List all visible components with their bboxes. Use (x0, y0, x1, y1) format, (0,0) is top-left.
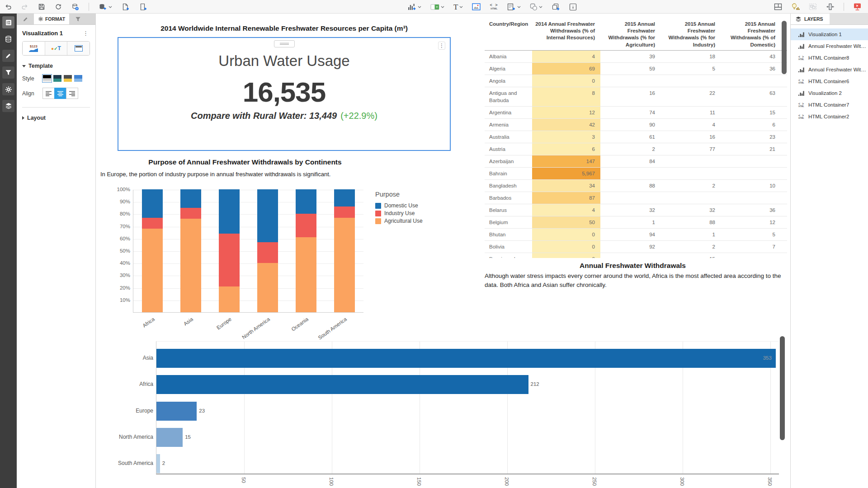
add-page-button[interactable] (122, 3, 130, 11)
save-button[interactable] (38, 3, 45, 10)
table-row[interactable]: Bosnia and Herzegovina015 (485, 253, 787, 258)
bar-north-america[interactable] (156, 428, 183, 447)
add-control-button[interactable] (430, 4, 444, 10)
duplicate-add-button[interactable] (552, 3, 560, 11)
layer-item[interactable]: Annual Freshwater Wit… (791, 40, 868, 52)
value-2014-cell: 4 (532, 204, 600, 216)
layout-button[interactable] (774, 3, 782, 10)
horizontal-bar-plot[interactable]: 35321223152 (156, 341, 779, 474)
rail-data-button[interactable] (2, 33, 14, 45)
table-row[interactable]: Belgium5018812 (485, 216, 787, 229)
add-chart-button[interactable] (408, 3, 421, 11)
info-panel-button[interactable] (569, 3, 577, 11)
legend-item[interactable]: Industry Use (375, 210, 423, 216)
table-row[interactable]: Bolivia09227 (485, 241, 787, 253)
insights-button[interactable] (791, 3, 800, 11)
table-row[interactable]: Austria627721 (485, 143, 787, 155)
stacked-bar[interactable] (142, 190, 163, 312)
stacked-bar[interactable] (257, 190, 278, 312)
table-scrollbar[interactable] (782, 21, 787, 74)
layer-item[interactable]: Annual Freshwater Wit… (791, 64, 868, 75)
fit-width-button[interactable] (826, 3, 835, 10)
column-header[interactable]: 2015 Annual Freshwater Withdrawals (% fo… (600, 19, 660, 48)
layer-item[interactable]: < >HTMLHTML Container2 (791, 111, 868, 122)
rail-edit-button[interactable] (2, 50, 14, 62)
add-report-button[interactable] (507, 3, 521, 11)
present-button[interactable] (853, 3, 862, 11)
layers-tab[interactable]: LAYERS (791, 14, 830, 24)
table-row[interactable]: Bahrain5,967 (485, 168, 787, 180)
align-center-button[interactable] (54, 88, 66, 99)
data-table[interactable]: Country/Region2014 Annual Freshwater Wit… (485, 19, 787, 258)
table-row[interactable]: Bhutan09415 (485, 229, 787, 241)
refresh-button[interactable] (55, 3, 62, 10)
text-type-button[interactable]: ●✓T (45, 42, 68, 55)
stacked-bar[interactable] (180, 190, 201, 312)
bar-europe[interactable] (156, 402, 197, 421)
card-menu-button[interactable]: ⋮ (438, 42, 445, 50)
frame-type-button[interactable] (67, 42, 90, 55)
column-header[interactable]: 2014 Annual Freshwater Withdrawals (% of… (532, 19, 600, 48)
layer-item[interactable]: < >HTMLHTML Container8 (791, 52, 868, 64)
bar-segment-industry-use (296, 214, 316, 237)
layer-item[interactable]: Visualization 2 (791, 87, 868, 99)
number-card-visualization-1[interactable]: ⋮ Urban Water Usage 16,535 Compare with … (118, 37, 451, 151)
stacked-bar[interactable] (334, 190, 355, 312)
table-row[interactable]: Angola0 (485, 75, 787, 87)
style-swatch-teal[interactable] (53, 75, 61, 82)
canvas-scrollbar[interactable] (780, 336, 785, 440)
bar-africa[interactable] (156, 375, 528, 394)
style-swatch-yellow[interactable] (64, 75, 72, 82)
layout-section-header[interactable]: Layout (22, 115, 90, 121)
style-swatch-blue[interactable] (74, 75, 82, 82)
panel-menu-button[interactable]: ⋮ (81, 30, 90, 37)
rail-layers-button[interactable] (2, 100, 14, 112)
redo-button[interactable] (21, 3, 28, 10)
stacked-bar-plot[interactable] (133, 190, 363, 313)
import-page-button[interactable] (139, 3, 147, 11)
align-right-button[interactable] (66, 88, 78, 99)
layer-item[interactable]: < >HTMLHTML Container7 (791, 99, 868, 111)
table-row[interactable]: Barbados87 (485, 192, 787, 204)
rail-settings-button[interactable] (2, 83, 14, 95)
tab-format[interactable]: FORMAT (34, 14, 69, 24)
bar-south-america[interactable] (156, 454, 160, 473)
table-row[interactable]: Algeria6959536 (485, 63, 787, 75)
column-header[interactable]: 2015 Annual Freshwater Withdrawals (% fo… (660, 19, 721, 48)
dashboard-canvas[interactable]: 2014 Worldwide Internal Renewable Freshw… (96, 14, 790, 488)
tab-filter[interactable] (69, 14, 86, 24)
layer-item[interactable]: < >HTMLHTML Container6 (791, 75, 868, 87)
data-source-status-icon[interactable] (71, 3, 79, 11)
style-swatch-dark[interactable] (43, 75, 51, 82)
add-image-button[interactable] (472, 3, 481, 10)
column-header[interactable]: 2015 Annual Freshwater Withdrawals (% of… (721, 19, 781, 48)
legend-item[interactable]: Agricultural Use (375, 218, 423, 224)
undo-button[interactable] (5, 3, 12, 10)
add-data-button[interactable] (99, 3, 112, 11)
column-header[interactable]: Country/Region (485, 19, 532, 48)
drag-handle[interactable] (274, 40, 295, 47)
align-left-button[interactable] (42, 88, 55, 99)
table-row[interactable]: Bangladesh3488210 (485, 180, 787, 192)
rail-filter-button[interactable] (2, 66, 14, 79)
template-section-header[interactable]: Template (22, 63, 90, 69)
table-row[interactable]: Azerbaijan14784 (485, 155, 787, 168)
stacked-bar[interactable] (296, 190, 316, 312)
table-row[interactable]: Belarus4323236 (485, 204, 787, 216)
table-row[interactable]: Armenia429046 (485, 119, 787, 131)
number-type-button[interactable]: $123 (23, 42, 45, 55)
add-html-button[interactable]: < >HTML (490, 3, 498, 10)
agriculture-cell: 32 (600, 204, 660, 216)
table-row[interactable]: Antigua and Barbuda8162263 (485, 87, 787, 107)
add-shape-button[interactable] (530, 3, 542, 11)
tab-edit[interactable] (17, 14, 34, 24)
legend-item[interactable]: Domestic Use (375, 202, 423, 209)
layer-item[interactable]: Visualization 1 (791, 28, 868, 40)
add-text-button[interactable]: T (453, 3, 463, 11)
table-row[interactable]: Argentina12741115 (485, 107, 787, 119)
rail-pages-button[interactable] (2, 16, 14, 28)
stacked-bar[interactable] (219, 190, 240, 312)
table-row[interactable]: Australia3611623 (485, 131, 787, 143)
table-row[interactable]: Albania4391843 (485, 51, 787, 63)
bar-asia[interactable] (156, 349, 776, 368)
